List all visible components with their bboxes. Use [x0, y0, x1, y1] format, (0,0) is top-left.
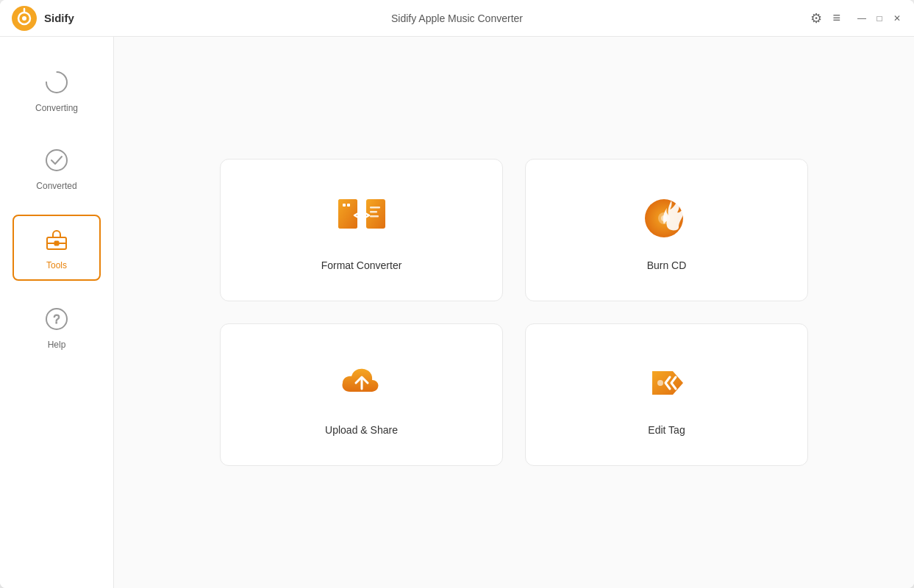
title-bar: Sidify Sidify Apple Music Converter ⚙ ≡ …: [0, 0, 914, 37]
sidebar-item-converting[interactable]: Converting: [13, 59, 101, 122]
svg-rect-8: [54, 241, 59, 245]
content-area: Format Converter: [114, 37, 914, 588]
sidebar-item-help-label: Help: [48, 340, 66, 350]
svg-rect-13: [366, 199, 385, 229]
sidebar: Converting Converted: [0, 37, 114, 588]
format-converter-label: Format Converter: [321, 259, 402, 271]
svg-text:?: ?: [54, 313, 60, 326]
upload-share-icon: [332, 354, 391, 412]
svg-rect-16: [370, 207, 380, 209]
edit-tag-card[interactable]: Edit Tag: [525, 323, 808, 466]
edit-tag-icon: [638, 354, 696, 412]
app-name: Sidify: [44, 12, 74, 24]
svg-rect-15: [347, 204, 350, 207]
svg-rect-18: [370, 215, 379, 218]
svg-rect-17: [370, 211, 377, 213]
svg-rect-14: [343, 204, 346, 207]
title-bar-right: ⚙ ≡ — □ ✕: [785, 10, 902, 26]
edit-tag-label: Edit Tag: [648, 424, 685, 436]
sidebar-item-help[interactable]: ? Help: [13, 295, 101, 359]
window-controls: — □ ✕: [857, 13, 902, 24]
converted-icon: [42, 146, 71, 175]
converting-icon: [42, 68, 71, 97]
burn-cd-icon: [638, 189, 696, 248]
maximize-button[interactable]: □: [874, 13, 885, 24]
svg-point-4: [46, 72, 67, 93]
tools-icon: [42, 225, 71, 254]
svg-point-2: [22, 16, 26, 21]
format-converter-card[interactable]: Format Converter: [220, 159, 503, 301]
svg-point-23: [657, 380, 663, 386]
burn-cd-card[interactable]: Burn CD: [525, 159, 808, 301]
upload-share-label: Upload & Share: [325, 424, 398, 436]
main-layout: Converting Converted: [0, 37, 914, 588]
sidebar-item-tools[interactable]: Tools: [13, 215, 101, 281]
svg-point-5: [46, 150, 67, 171]
sidebar-item-tools-label: Tools: [46, 260, 67, 270]
window-title: Sidify Apple Music Converter: [391, 12, 523, 24]
app-window: Sidify Sidify Apple Music Converter ⚙ ≡ …: [0, 0, 914, 588]
burn-cd-label: Burn CD: [647, 259, 687, 271]
tools-grid: Format Converter: [220, 159, 808, 466]
menu-icon[interactable]: ≡: [832, 10, 840, 26]
minimize-button[interactable]: —: [857, 13, 867, 24]
help-icon: ?: [42, 304, 71, 334]
format-converter-icon: [332, 189, 391, 248]
upload-share-card[interactable]: Upload & Share: [220, 323, 503, 466]
settings-icon[interactable]: ⚙: [810, 10, 822, 26]
app-logo-icon: [12, 6, 37, 31]
sidebar-item-converted-label: Converted: [36, 181, 76, 191]
title-bar-left: Sidify: [12, 6, 129, 31]
sidebar-item-converted[interactable]: Converted: [13, 137, 101, 200]
close-button[interactable]: ✕: [892, 13, 902, 24]
sidebar-item-converting-label: Converting: [35, 103, 78, 113]
